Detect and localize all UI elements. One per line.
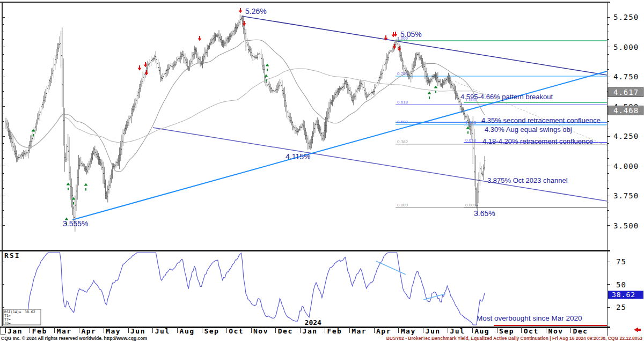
month-label: Oct <box>524 327 539 335</box>
price-badge-value: 4.617 <box>613 88 639 97</box>
month-label: Aug <box>180 327 195 335</box>
month-label: Jul <box>450 327 465 335</box>
month-label: Feb <box>327 327 342 335</box>
year-label: 2024 <box>305 318 321 327</box>
price-axis-label: 4.750 <box>613 72 639 81</box>
annotation-text[interactable]: 5.05% <box>400 30 422 39</box>
price-axis-label: 3.500 <box>613 221 639 230</box>
fib-level-label: 0.000 <box>397 203 408 207</box>
price-axis-label: 4.000 <box>613 162 639 171</box>
month-label: Jan <box>8 327 23 335</box>
copyright-text: CQG Inc. © 2024 All rights reserved worl… <box>0 336 147 341</box>
annotation-text[interactable]: Most overbought since Mar 2020 <box>477 314 582 322</box>
fib-level-label: 0.618 <box>397 100 408 105</box>
month-label: May <box>401 327 416 335</box>
month-label: May <box>106 327 121 335</box>
price-axis-label: 5.250 <box>613 13 639 21</box>
annotation-text[interactable]: 4.115% <box>286 152 310 161</box>
month-label: Jan <box>303 327 318 335</box>
month-label: Dec <box>278 327 293 335</box>
annotation-text[interactable]: 5.26% <box>245 7 267 16</box>
scroll-left-arrow-icon[interactable] <box>634 328 641 332</box>
month-label: Mar <box>57 327 72 335</box>
price-axis-line <box>607 3 608 336</box>
price-badge-value: 4.468 <box>613 106 639 115</box>
month-label: Jun <box>130 327 145 335</box>
rsi-axis-label: 25 <box>616 303 626 312</box>
month-label: Sep <box>499 327 514 335</box>
annotation-text[interactable]: 4.30% Aug equal swings obj <box>485 125 572 134</box>
month-label: Dec <box>573 327 588 335</box>
rsi-legend-row: T8= <box>4 321 11 325</box>
rsi-badge-value: 38.62 <box>612 291 635 299</box>
month-label: Apr <box>376 327 391 335</box>
month-label: Jun <box>426 327 441 335</box>
price-axis-label: 5.000 <box>613 43 639 51</box>
annotation-text[interactable]: 3.875% Oct 2023 channel <box>487 176 568 184</box>
month-label: Feb <box>32 327 47 335</box>
price-axis-label: 3.750 <box>613 191 639 200</box>
rsi-legend-value: 38.62 <box>25 310 35 314</box>
month-label: Jul <box>155 327 170 335</box>
fib-level-label: 0.382 <box>397 139 408 144</box>
month-label: Sep <box>204 327 219 335</box>
annotation-text[interactable]: 4.18-4.20% retracement confluence <box>482 137 593 145</box>
rsi-panel-title: RSI <box>4 251 20 260</box>
fib-level-label: 0.618 <box>465 138 477 143</box>
month-label: Apr <box>81 327 96 335</box>
month-label: Aug <box>474 327 489 335</box>
price-axis-label: 4.250 <box>613 132 639 140</box>
time-axis-corner-cell <box>1 328 5 335</box>
left-border <box>2 3 3 326</box>
rsi-axis-label: 75 <box>616 257 626 266</box>
top-border <box>0 2 610 3</box>
month-label: Mar <box>352 327 367 335</box>
annotation-text[interactable]: 4.595-4.66% pattern breakout <box>460 93 553 101</box>
annotation-text[interactable]: 3.555% <box>63 219 88 228</box>
status-bar: CQG Inc. © 2024 All rights reserved worl… <box>0 336 644 341</box>
rsi-axis-label: 50 <box>616 280 626 289</box>
panel-divider <box>0 250 610 251</box>
fib-level-label: 0.000 <box>465 203 477 207</box>
month-label: Nov <box>548 327 564 335</box>
month-label: Nov <box>253 327 268 335</box>
contract-status-text: BUSY02 - BrokerTec Benchmark Yield, Equa… <box>386 336 644 341</box>
annotation-text[interactable]: 4.35% second retracement confluence <box>481 116 601 124</box>
annotation-text[interactable]: 3.65% <box>474 209 495 218</box>
yield-chart-plot: 1.0000.7860.6180.5000.3820.0001.0000.786… <box>0 0 644 336</box>
month-label: Oct <box>229 327 244 335</box>
cqg-chart-window: 1.0000.7860.6180.5000.3820.0001.0000.786… <box>0 0 644 341</box>
